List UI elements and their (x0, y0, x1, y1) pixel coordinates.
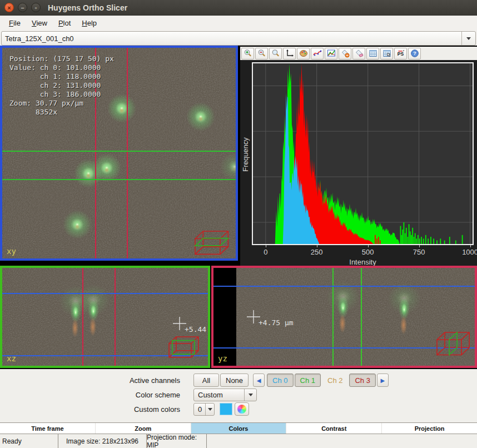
zoom-icon (271, 49, 280, 58)
view-axis-label: xy (7, 247, 16, 256)
tag-remove-button[interactable] (339, 48, 351, 59)
tag-erase-icon (355, 49, 364, 58)
slice-crosshair-line[interactable] (2, 355, 208, 356)
slice-crosshair-line[interactable] (213, 286, 475, 287)
x-tick-mark (419, 245, 420, 247)
help-button[interactable]: ? (408, 48, 421, 59)
empty-region (213, 268, 236, 366)
x-tick-mark (266, 245, 266, 247)
slice-crosshair-line[interactable] (2, 293, 208, 294)
table-icon (369, 49, 377, 58)
status-field-0: Ready (0, 434, 58, 448)
status-field-2: Projection mode: MIP (147, 434, 207, 448)
tab-zoom[interactable]: Zoom (96, 423, 191, 434)
zoom-out-icon (257, 49, 266, 58)
menubar: FileViewPlotHelp (0, 16, 477, 31)
custom-color-index-select[interactable]: 0 (193, 403, 215, 416)
table-button[interactable] (366, 48, 379, 59)
zoom-button[interactable] (269, 48, 282, 59)
image-selector[interactable]: Tetra_125X_001_ch0 (1, 31, 476, 46)
position-info-line: 8352x (9, 108, 57, 116)
axes-button[interactable] (283, 48, 296, 59)
minimize-button[interactable]: – (18, 3, 27, 12)
xy-view[interactable]: Position: (175 17 50) pxPosition: (175 1… (0, 46, 238, 261)
zoom-out-button[interactable] (255, 48, 268, 59)
custom-color-swatch[interactable] (220, 403, 232, 415)
channel-button-ch-1[interactable]: Ch 1 (295, 374, 321, 387)
menu-item-view[interactable]: View (26, 17, 53, 29)
curve-edit-icon (313, 49, 322, 58)
workspace: Position: (175 17 50) pxPosition: (175 1… (0, 46, 477, 369)
color-scheme-select[interactable]: Custom (193, 389, 257, 401)
histogram-plot[interactable] (252, 62, 474, 245)
position-info-line: ch 1: 118.0000 (9, 72, 101, 81)
svg-text:?: ? (413, 50, 416, 56)
menu-item-file[interactable]: File (3, 17, 26, 29)
channel-button-ch-3[interactable]: Ch 3 (349, 374, 375, 387)
tab-projection[interactable]: Projection (382, 423, 477, 434)
slice-crosshair-line[interactable] (332, 268, 334, 366)
view-axis-label: yz (218, 354, 227, 363)
table-select-icon (382, 49, 391, 58)
zoom-in-button[interactable] (241, 48, 254, 59)
image-selector-value: Tetra_125X_001_ch0 (2, 32, 461, 45)
dropdown-arrow-icon (244, 389, 256, 401)
x-tick-label: 1000 (462, 248, 477, 256)
color-scheme-label: Color scheme (0, 388, 180, 401)
slice-crosshair-line[interactable] (2, 151, 236, 152)
x-axis-ticks: 02505007501000 (253, 245, 473, 257)
xz-view[interactable]: +5.44xz (0, 266, 210, 368)
channel-button-none[interactable]: None (220, 374, 249, 387)
x-axis-label: Intensity (252, 258, 474, 266)
tab-time-frame[interactable]: Time frame (0, 423, 96, 434)
window-title: Huygens Ortho Slicer (48, 3, 127, 12)
color-wheel-icon (237, 405, 246, 414)
color-wheel-button[interactable] (235, 402, 249, 416)
channel-button-all[interactable]: All (193, 374, 219, 387)
x-tick-label: 750 (413, 248, 425, 256)
color-scheme-value: Custom (194, 389, 244, 401)
x-tick-label: 250 (311, 248, 323, 256)
close-button[interactable]: × (4, 3, 14, 12)
slice-crosshair-line[interactable] (2, 179, 236, 180)
ps-export-icon: PS (396, 49, 405, 58)
slice-crosshair-line[interactable] (213, 347, 475, 349)
palette-button[interactable] (297, 48, 310, 59)
channel-button-ch-2[interactable]: Ch 2 (322, 374, 348, 387)
table-select-button[interactable] (380, 48, 393, 59)
tag-erase-button[interactable] (352, 48, 365, 59)
help-icon: ? (410, 49, 419, 58)
chart-button[interactable] (325, 48, 337, 59)
prev-channel-button[interactable]: ◀ (253, 374, 265, 387)
menu-item-help[interactable]: Help (76, 17, 102, 29)
maximize-button[interactable]: ▫ (31, 3, 41, 12)
dropdown-arrow-icon (205, 404, 214, 415)
menu-item-plot[interactable]: Plot (53, 17, 76, 29)
position-info-line: Value: ch 0: 101.0000 (9, 63, 101, 72)
slice-crosshair-line[interactable] (127, 48, 128, 258)
dropdown-arrow-icon (461, 32, 475, 45)
axes-icon (285, 49, 294, 58)
tab-colors[interactable]: Colors (191, 423, 287, 434)
tab-contrast[interactable]: Contrast (286, 423, 382, 434)
x-tick-label: 0 (264, 248, 267, 256)
status-field-1: Image size: 218x213x96 (58, 434, 147, 448)
tag-remove-icon (341, 49, 350, 58)
channel-buttons: AllNone◀Ch 0Ch 1Ch 2Ch 3▶ (193, 374, 390, 387)
channel-button-ch-0[interactable]: Ch 0 (267, 374, 293, 387)
next-channel-button[interactable]: ▶ (377, 374, 389, 387)
curve-edit-button[interactable] (311, 48, 324, 59)
svg-text:PS: PS (397, 51, 404, 57)
x-tick-mark (317, 245, 317, 247)
palette-icon (299, 49, 308, 58)
chart-icon (327, 49, 336, 58)
histogram-panel: Frequency 02505007501000 Intensity (240, 60, 477, 277)
zoom-in-icon (244, 49, 252, 58)
ps-export-button[interactable]: PS (394, 48, 407, 59)
x-tick-mark (470, 245, 471, 247)
slice-crosshair-line[interactable] (115, 268, 116, 366)
custom-colors-label: Custom colors (0, 402, 180, 416)
slice-crosshair-line[interactable] (82, 268, 83, 366)
slice-crosshair-line[interactable] (361, 268, 362, 366)
yz-view[interactable]: +4.75 µmyz (211, 266, 477, 368)
